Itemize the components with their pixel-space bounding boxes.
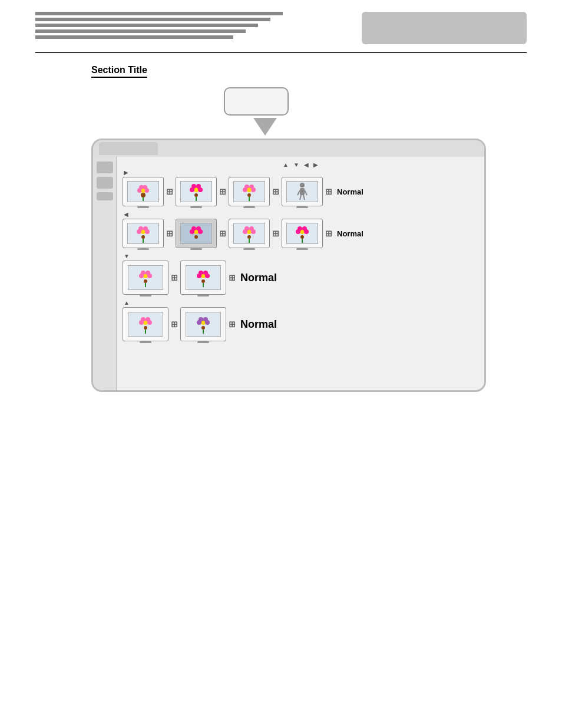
screen-inner-2-1 [127, 223, 159, 244]
flower-icon-1-3 [240, 182, 259, 201]
svg-point-12 [191, 184, 196, 189]
screen-inner-1-4 [286, 181, 318, 202]
svg-point-51 [247, 230, 251, 233]
svg-point-14 [194, 188, 198, 192]
arrow-1-2: ⊞ [219, 187, 226, 196]
svg-point-44 [194, 230, 198, 233]
svg-line-26 [297, 190, 300, 195]
panel-tab[interactable] [99, 142, 158, 155]
nav-arrow-right[interactable]: ▶ [313, 162, 318, 168]
device-4-1 [123, 307, 168, 341]
arrow-2-1: ⊞ [166, 229, 173, 238]
header-lines [35, 12, 283, 47]
nav-arrows: ▲ ▼ ◀ ▶ [123, 162, 478, 168]
nav-arrow-up[interactable]: ▲ [283, 162, 289, 168]
device-3-2 [180, 261, 226, 295]
arrow-down-icon [253, 118, 277, 136]
panel-sidebar [93, 157, 117, 390]
svg-point-24 [300, 183, 305, 187]
flower-icon-3-1 [136, 268, 155, 287]
panel-top-bar [93, 140, 484, 157]
svg-point-69 [201, 279, 205, 283]
svg-point-59 [300, 230, 304, 233]
svg-point-6 [141, 189, 145, 192]
nav-arrow-left[interactable]: ◀ [304, 162, 309, 168]
row-4: ▲ [123, 299, 478, 341]
arrow-2-4: ⊞ [325, 229, 332, 238]
row-1-arrow: ▶ [124, 169, 478, 176]
header-section [35, 12, 527, 53]
svg-point-75 [201, 274, 205, 278]
arrow-2-2: ⊞ [219, 229, 226, 238]
svg-point-45 [247, 235, 251, 239]
device-2-4 [282, 219, 323, 248]
flower-icon-1-1 [134, 182, 153, 201]
svg-point-13 [196, 184, 201, 189]
row-4-arrow: ▲ [124, 299, 478, 306]
svg-line-27 [305, 190, 307, 195]
device-1-2 [176, 177, 217, 206]
device-4-2 [180, 307, 226, 341]
arrow-1-1: ⊞ [166, 187, 173, 196]
screen-inner-3-2 [186, 265, 221, 290]
row-2: ◀ [123, 211, 478, 248]
normal-label-row1: Normal [337, 187, 363, 196]
svg-point-22 [247, 188, 252, 192]
normal-label-row2: Normal [337, 229, 363, 238]
header-line-5 [35, 35, 233, 39]
screen-inner-2-4 [286, 223, 318, 244]
nav-arrow-down[interactable]: ▼ [293, 162, 299, 168]
device-1-4 [282, 177, 323, 206]
row-3-arrow: ▼ [124, 253, 478, 259]
person-icon-1-4 [296, 182, 308, 201]
arrow-1-3: ⊞ [272, 187, 279, 196]
panel-content: ▲ ▼ ◀ ▶ ▶ [117, 157, 484, 390]
normal-label-row3: Normal [240, 272, 277, 284]
screen-inner-1-1 [127, 181, 159, 202]
sidebar-icon-3 [97, 192, 113, 200]
header-line-3 [35, 24, 258, 27]
svg-point-8 [194, 193, 198, 197]
screen-inner-1-2 [180, 181, 212, 202]
svg-line-28 [300, 195, 301, 200]
svg-point-53 [300, 235, 304, 239]
row-2-arrow: ◀ [124, 211, 478, 218]
screen-inner-4-1 [128, 312, 163, 337]
flower-icon-2-3 [240, 224, 259, 243]
header-gray-box [362, 12, 527, 44]
arrow-3-2: ⊞ [229, 273, 236, 282]
arrow-1-4: ⊞ [325, 187, 332, 196]
header-line-4 [35, 29, 246, 33]
device-1-1 [123, 177, 164, 206]
arrow-4-2: ⊞ [229, 319, 236, 329]
section-title: Section Title [91, 65, 147, 78]
flower-icon-4-1 [136, 315, 155, 334]
svg-point-83 [144, 321, 147, 324]
flower-icon-2-1 [134, 224, 153, 243]
svg-point-36 [141, 230, 145, 233]
device-row-1: ⊞ [123, 177, 478, 206]
flower-icon-2-2 [187, 224, 206, 243]
header-line-1 [35, 12, 283, 15]
device-row-3: ⊞ [123, 261, 478, 295]
svg-point-38 [194, 235, 198, 239]
header-line-2 [35, 18, 270, 21]
arrow-2-3: ⊞ [272, 229, 279, 238]
device-row-4: ⊞ [123, 307, 478, 341]
svg-point-67 [144, 274, 147, 278]
normal-label-row4: Normal [240, 318, 277, 331]
screen-inner-3-1 [128, 265, 163, 290]
device-2-2 [176, 219, 217, 248]
header-bottom-line [35, 52, 527, 53]
start-button[interactable] [224, 87, 289, 116]
svg-point-61 [144, 279, 147, 283]
screen-inner-2-2 [180, 223, 212, 244]
flower-icon-3-2 [194, 268, 213, 287]
svg-line-29 [303, 195, 305, 200]
svg-point-30 [141, 235, 145, 239]
flower-icon-4-2 [194, 315, 213, 334]
svg-rect-25 [300, 188, 305, 195]
device-1-3 [229, 177, 270, 206]
row-3: ▼ [123, 253, 478, 295]
svg-point-85 [201, 326, 205, 330]
